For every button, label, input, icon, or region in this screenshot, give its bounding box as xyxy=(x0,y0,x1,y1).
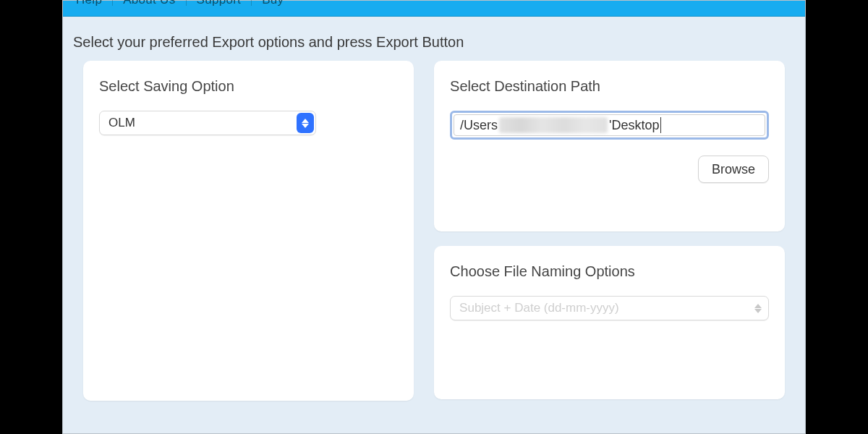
nav-help[interactable]: Help xyxy=(76,0,113,6)
nav-about-us[interactable]: About Us xyxy=(113,0,186,6)
nav-support[interactable]: Support xyxy=(187,0,252,6)
file-naming-value: Subject + Date (dd-mm-yyyy) xyxy=(459,301,619,315)
card-destination-path: Select Destination Path /Users 'Desktop … xyxy=(434,61,785,231)
destination-input-focus-ring: /Users 'Desktop xyxy=(450,111,769,140)
file-naming-heading: Choose File Naming Options xyxy=(450,263,769,280)
page-instruction: Select your preferred Export options and… xyxy=(63,17,805,61)
saving-option-select[interactable]: OLM xyxy=(99,111,316,135)
destination-path-prefix: /Users xyxy=(460,118,498,133)
file-naming-select[interactable]: Subject + Date (dd-mm-yyyy) xyxy=(450,296,769,320)
card-file-naming: Choose File Naming Options Subject + Dat… xyxy=(434,246,785,399)
destination-path-input[interactable]: /Users 'Desktop xyxy=(454,114,765,136)
destination-path-suffix: 'Desktop xyxy=(609,118,659,133)
chevron-up-down-icon xyxy=(749,298,767,318)
destination-path-redacted xyxy=(499,117,608,133)
top-nav: Help About Us Support Buy xyxy=(63,1,805,17)
app-window: Help About Us Support Buy Select your pr… xyxy=(62,0,806,434)
panels: Select Saving Option OLM Select Destinat… xyxy=(63,61,805,401)
chevron-up-down-icon xyxy=(297,113,314,133)
browse-button[interactable]: Browse xyxy=(698,156,769,183)
text-caret xyxy=(660,117,661,133)
card-saving-option: Select Saving Option OLM xyxy=(83,61,414,401)
saving-option-heading: Select Saving Option xyxy=(99,78,398,95)
nav-buy[interactable]: Buy xyxy=(252,0,294,6)
saving-option-value: OLM xyxy=(109,116,135,130)
destination-heading: Select Destination Path xyxy=(450,78,769,95)
